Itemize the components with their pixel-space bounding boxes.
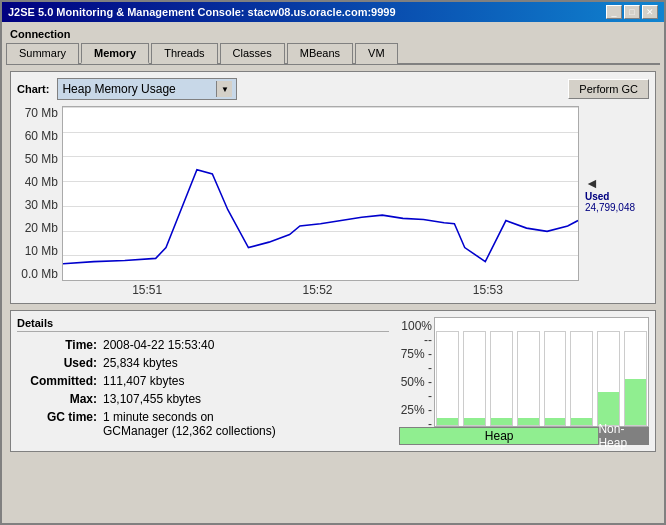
bar-y-100: 100% --	[399, 319, 432, 347]
chart-legend: ◄ Used 24,799,048	[579, 106, 649, 281]
bar-chart-bars	[434, 317, 649, 427]
bar-chart-y-axis: 100% -- 75% -- 50% -- 25% -- 0% --	[399, 317, 434, 427]
y-label-5: 50 Mb	[17, 152, 58, 166]
chart-graph	[62, 106, 579, 281]
bar-y-75: 75% --	[399, 347, 432, 375]
gc-key: GC time:	[17, 410, 97, 438]
tab-memory[interactable]: Memory	[81, 43, 149, 64]
title-bar: J2SE 5.0 Monitoring & Management Console…	[2, 2, 664, 22]
chart-area: Chart: Heap Memory Usage ▼ Perform GC 70…	[10, 71, 656, 304]
tab-vm[interactable]: VM	[355, 43, 398, 64]
y-label-4: 40 Mb	[17, 175, 58, 189]
bar-y-50: 50% --	[399, 375, 432, 403]
bar-8	[624, 331, 647, 426]
committed-key: Committed:	[17, 374, 97, 388]
detail-row-max: Max: 13,107,455 kbytes	[17, 392, 389, 406]
y-label-1: 10 Mb	[17, 244, 58, 258]
x-axis: 15:51 15:52 15:53	[17, 281, 649, 297]
tab-mbeans[interactable]: MBeans	[287, 43, 353, 64]
time-key: Time:	[17, 338, 97, 352]
chart-label: Chart:	[17, 83, 49, 95]
main-window: J2SE 5.0 Monitoring & Management Console…	[0, 0, 666, 525]
tab-bar: Summary Memory Threads Classes MBeans VM	[6, 42, 660, 65]
tab-threads[interactable]: Threads	[151, 43, 217, 64]
legend-value: 24,799,048	[585, 202, 635, 213]
detail-row-time: Time: 2008-04-22 15:53:40	[17, 338, 389, 352]
horizontal-bar-legend: Heap Non-Heap	[399, 427, 649, 445]
x-label-1: 15:52	[302, 283, 332, 297]
used-key: Used:	[17, 356, 97, 370]
details-title: Details	[17, 317, 389, 332]
detail-row-gc: GC time: 1 minute seconds on GCManager (…	[17, 410, 389, 438]
max-key: Max:	[17, 392, 97, 406]
committed-val: 111,407 kbytes	[103, 374, 184, 388]
window-title: J2SE 5.0 Monitoring & Management Console…	[8, 6, 396, 18]
details-right: 100% -- 75% -- 50% -- 25% -- 0% --	[399, 317, 649, 445]
chart-select-value: Heap Memory Usage	[62, 82, 175, 96]
minimize-button[interactable]: _	[606, 5, 622, 19]
details-left: Details Time: 2008-04-22 15:53:40 Used: …	[17, 317, 389, 445]
y-label-2: 20 Mb	[17, 221, 58, 235]
bar-5	[544, 331, 567, 426]
maximize-button[interactable]: □	[624, 5, 640, 19]
heap-label: Heap	[485, 429, 514, 443]
y-label-0: 0.0 Mb	[17, 267, 58, 281]
y-axis: 70 Mb 60 Mb 50 Mb 40 Mb 30 Mb 20 Mb 10 M…	[17, 106, 62, 281]
y-label-7: 70 Mb	[17, 106, 58, 120]
bar-1	[436, 331, 459, 426]
chart-select-arrow[interactable]: ▼	[216, 81, 232, 97]
max-val: 13,107,455 kbytes	[103, 392, 201, 406]
legend-arrow-icon: ◄	[585, 175, 599, 191]
detail-row-committed: Committed: 111,407 kbytes	[17, 374, 389, 388]
time-val: 2008-04-22 15:53:40	[103, 338, 214, 352]
chart-header: Chart: Heap Memory Usage ▼ Perform GC	[17, 78, 649, 100]
perform-gc-button[interactable]: Perform GC	[568, 79, 649, 99]
used-val: 25,834 kbytes	[103, 356, 178, 370]
close-button[interactable]: ✕	[642, 5, 658, 19]
nonheap-label: Non-Heap	[598, 422, 648, 450]
bar-y-25: 25% --	[399, 403, 432, 431]
chart-line-svg	[63, 107, 578, 280]
y-label-6: 60 Mb	[17, 129, 58, 143]
connection-section-label: Connection	[6, 26, 660, 42]
bar-7	[597, 331, 620, 426]
legend-label: Used	[585, 191, 609, 202]
chart-select[interactable]: Heap Memory Usage ▼	[57, 78, 237, 100]
nonheap-bar: Non-Heap	[598, 428, 648, 444]
y-label-3: 30 Mb	[17, 198, 58, 212]
heap-bar: Heap	[400, 428, 598, 444]
chart-container: 70 Mb 60 Mb 50 Mb 40 Mb 30 Mb 20 Mb 10 M…	[17, 106, 649, 281]
x-label-2: 15:53	[473, 283, 503, 297]
x-label-0: 15:51	[132, 283, 162, 297]
bar-4	[517, 331, 540, 426]
detail-row-used: Used: 25,834 kbytes	[17, 356, 389, 370]
details-section: Details Time: 2008-04-22 15:53:40 Used: …	[10, 310, 656, 452]
bar-3	[490, 331, 513, 426]
gc-val: 1 minute seconds on GCManager (12,362 co…	[103, 410, 276, 438]
tab-summary[interactable]: Summary	[6, 43, 79, 64]
tab-classes[interactable]: Classes	[220, 43, 285, 64]
bar-2	[463, 331, 486, 426]
window-controls: _ □ ✕	[606, 5, 658, 19]
main-content: Connection Summary Memory Threads Classe…	[2, 22, 664, 456]
bar-6	[570, 331, 593, 426]
bar-chart-wrap: 100% -- 75% -- 50% -- 25% -- 0% --	[399, 317, 649, 427]
